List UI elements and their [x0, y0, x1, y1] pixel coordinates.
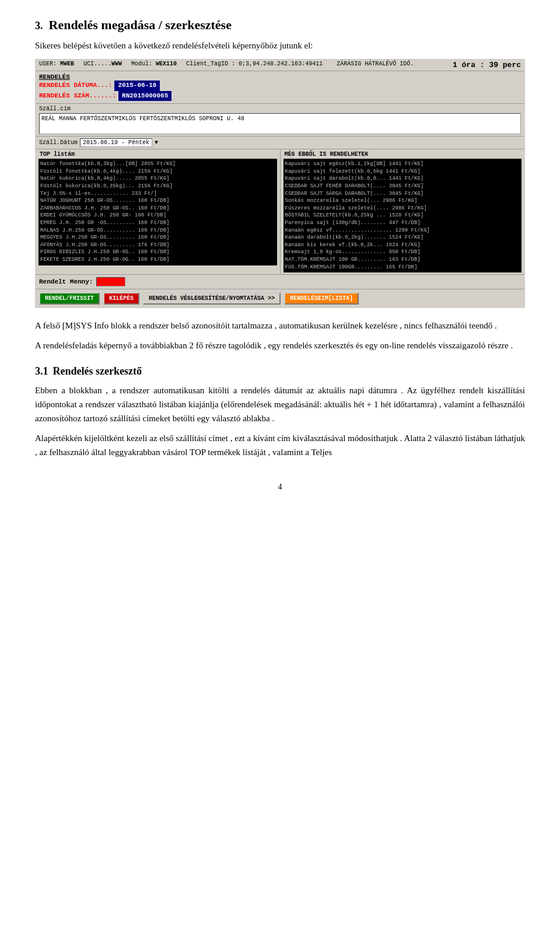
list-item[interactable]: Kapuvári sajt egész(kb.1,2kg[DB] 1441 Ft…: [285, 160, 520, 168]
list-item[interactable]: Kapuvári sajt felezett(kb.0,6kg 1441 Ft/…: [285, 168, 520, 176]
list-item[interactable]: Füstölt kukorica(kb.0,35kg)... 2156 Ft/K…: [40, 183, 275, 190]
ss-rendelés-szam-row: RENDELÉS SZÁM......: RN2015000065: [39, 91, 521, 102]
list-item[interactable]: NAT.TÖM.KRÉMSAJT 100 GR......... 163 Ft/…: [285, 256, 520, 264]
ss-rendelés-szam-value: RN2015000065: [118, 91, 172, 102]
ss-szall-cim-label: Száll.cím: [39, 106, 521, 112]
ss-szall-cim-value: REÁL MANNA FERTŐSZENTMIKLÓS FERTŐSZENTMI…: [39, 113, 521, 134]
list-item[interactable]: Kanaán kis kerek vf.(kb.0,2k... 1924 Ft/…: [285, 242, 520, 249]
ss-rendelés-datum-row: RENDELÉS DÁTUMA...: 2015-06-16: [39, 81, 521, 91]
body-para1: A felső [M]SYS Info blokk a rendszer bel…: [35, 319, 525, 333]
list-item[interactable]: CSEDDAR SAJT FEHÉR DARABOLT(.... 3045 Ft…: [285, 183, 520, 190]
ss-rendelt-menny-input[interactable]: [96, 277, 125, 286]
list-item[interactable]: FEKETE SZEDRES J.H.250 GR-OG.. 160 Ft/DB…: [40, 256, 275, 264]
ss-rendelés-title: RENDELÉS: [39, 74, 521, 81]
ss-timer: 1 óra : 39 perc: [453, 61, 521, 69]
ss-lists-row: TOP listám Natúr fonottka(kb.0,3kg)...[D…: [36, 149, 524, 275]
ss-top-lista-box: TOP listám Natúr fonottka(kb.0,3kg)...[D…: [36, 149, 281, 274]
ss-btn-rendeléseim[interactable]: RENDELÉSEIM[LISTA]: [284, 292, 359, 305]
section-number: 3.: [35, 20, 43, 32]
list-item[interactable]: CSEDDAR SAJT SÁRGA DARABOLT(.... 3045 Ft…: [285, 190, 520, 198]
body-para4: Alapértékkén kijelöltként kezeli az első…: [35, 431, 525, 459]
ss-info-row: USER: MWEB UCI.....WWW Modul: WEX110 Cli…: [36, 60, 524, 71]
ss-rendelés-section: RENDELÉS RENDELÉS DÁTUMA...: 2015-06-16 …: [36, 71, 524, 104]
list-item[interactable]: NATÚR JOGHURT 250 GR-OS....... 160 Ft/DB…: [40, 197, 275, 205]
ss-user-label: USER: MWEB: [39, 61, 74, 69]
list-item[interactable]: ZÁRBABARACCOS J.H. 250 GR-OS.. 160 Ft/DB…: [40, 205, 275, 212]
body-para2: A rendelésfeladás képernyő a továbbiakba…: [35, 338, 525, 352]
section-title: Rendelés megadása / szerkesztése: [49, 18, 232, 33]
ss-btn-rendel-frissit[interactable]: RENDEL/FRISSIT: [39, 292, 100, 305]
subsection-title-text: Rendelés szerkesztő: [53, 365, 142, 377]
ss-rendelés-szam-label: RENDELÉS SZÁM......:: [39, 91, 116, 102]
ss-top-lista-content[interactable]: Natúr fonottka(kb.0,3kg)...[DB] 2055 Ft/…: [38, 159, 277, 265]
ss-szall-cim-section: Száll.cím REÁL MANNA FERTŐSZENTMIKLÓS FE…: [36, 104, 524, 137]
ss-szall-datum-label: Száll.Dátum: [39, 139, 78, 146]
ss-uci-label: UCI.....WWW: [83, 61, 122, 69]
list-item[interactable]: ERDEI GYÜMÖLCSÖS J.H. 250 GR- 160 Ft/DB]: [40, 212, 275, 219]
ss-szall-datum-select[interactable]: 2015.06.19 - Péntek: [80, 138, 152, 147]
list-item[interactable]: Füstölt fonottka(kb.0,4kg).... 2156 Ft/K…: [40, 168, 275, 176]
ss-dropdown-icon: ▼: [155, 139, 158, 146]
list-item[interactable]: EPRES J.H. 250 GR -OS......... 160 Ft/DB…: [40, 219, 275, 227]
subsection-number: 3.1: [35, 365, 48, 377]
list-item[interactable]: Natúr fonottka(kb.0,3kg)...[DB] 2055 Ft/…: [40, 160, 275, 168]
ss-meg-ebbol-label: MÉG EBBŐL IS RENDELHETEK: [284, 151, 370, 158]
ss-top-lista-label: TOP listám: [38, 151, 76, 158]
list-item[interactable]: Kanaán egész vf................... 1290 …: [285, 227, 520, 235]
body-para3: Ebben a blokkban , a rendszer automatiku…: [35, 383, 525, 425]
ss-rendelt-menny-label: Rendelt Menny:: [39, 278, 93, 285]
list-item[interactable]: Kanaán darabolt(kb.0,2kg)....... 1524 Ft…: [285, 234, 520, 242]
ss-szall-datum-section: Száll.Dátum 2015.06.19 - Péntek ▼: [36, 137, 524, 149]
ss-rendelés-datum-value: 2015-06-16: [114, 81, 160, 91]
list-item[interactable]: Parenyica sajt (130g/db)........ 447 Ft/…: [285, 219, 520, 227]
list-item[interactable]: Tej 3.5%-s 1l-es............ 233 Ft/]: [40, 190, 275, 198]
ss-rendelés-datum-label: RENDELÉS DÁTUMA...:: [39, 81, 112, 91]
ss-rendelt-menny-row: Rendelt Menny:: [36, 275, 524, 289]
ss-btn-véglegesítés[interactable]: RENDELÉS VÉGLEGESÍTÉSE/NYOMTATÁSA >>: [143, 292, 281, 305]
list-item[interactable]: PIROS RIBIZLIS J.H.250 GR-OS.. 160 Ft/DB…: [40, 249, 275, 256]
ss-meg-ebbol-box: MÉG EBBŐL IS RENDELHETEK Kapuvári sajt e…: [281, 149, 525, 274]
list-item[interactable]: MÁLNAS J.H.250 GR-OS.......... 160 Ft/DB…: [40, 227, 275, 235]
list-item[interactable]: ÁFONYÁS J.H.250 GR-OS......... 176 Ft/DB…: [40, 242, 275, 249]
list-item[interactable]: Sonkás mozzarella szeletel(... 2986 Ft/K…: [285, 197, 520, 205]
list-item[interactable]: FÜS.TÖM.KRÉMSAJT 100GR......... 165 Ft/D…: [285, 264, 520, 271]
intro-text: Sikeres belépést követően a következő re…: [35, 41, 525, 51]
list-item[interactable]: MEGGYES J.H.250 GR-OS......... 160 Ft/DB…: [40, 234, 275, 242]
page-number: 4: [35, 483, 525, 492]
list-item[interactable]: Kremsajt 1,0 kg-os.............. 950 Ft/…: [285, 249, 520, 256]
ss-buttons-row: RENDEL/FRISSIT KILÉPÉS RENDELÉS VÉGLEGES…: [36, 289, 524, 307]
screenshot-container: USER: MWEB UCI.....WWW Modul: WEX110 Cli…: [35, 59, 525, 308]
list-item[interactable]: BÖSTÁBIL SZELETELT(kb.0,25kg ... 1528 Ft…: [285, 212, 520, 219]
list-item[interactable]: Fűszeres mozzarella szeletel(.... 2986 F…: [285, 205, 520, 212]
ss-meg-ebbol-content[interactable]: Kapuvári sajt egész(kb.1,2kg[DB] 1441 Ft…: [284, 159, 522, 272]
list-item[interactable]: Natúr kukorica(kb.0,4kg)..... 2055 Ft/KG…: [40, 175, 275, 183]
subsection-title: 3.1Rendelés szerkesztő: [35, 365, 525, 377]
list-item[interactable]: Kapuvári sajt darabolt(kb.0,0... 1441 Ft…: [285, 175, 520, 183]
ss-modul-label: Modul: WEX110: [131, 61, 177, 69]
ss-btn-kilépés[interactable]: KILÉPÉS: [103, 292, 139, 305]
ss-clienttag-label: Client_TagID : 0;3,94.248.242.163:49411 …: [186, 61, 414, 69]
